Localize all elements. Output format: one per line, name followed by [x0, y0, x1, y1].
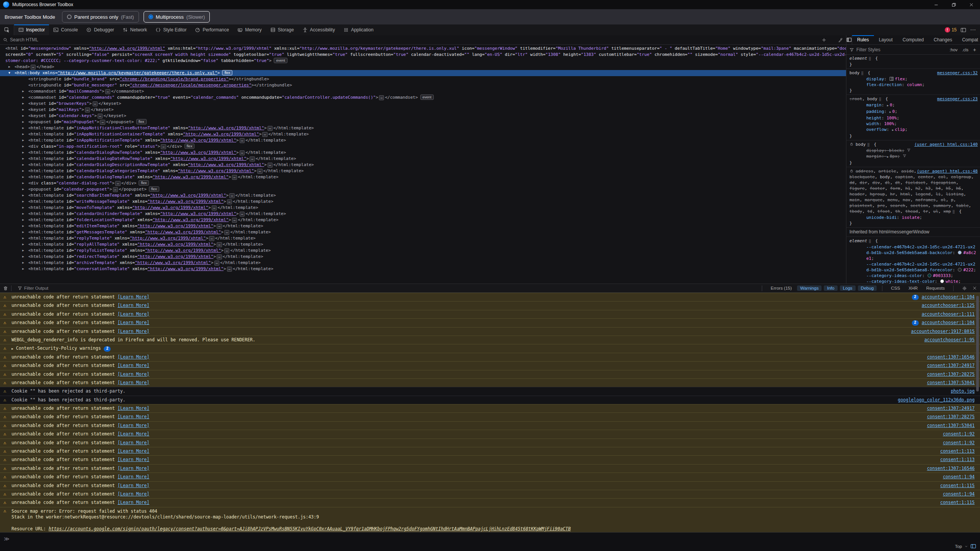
tab-network[interactable]: Network [118, 24, 151, 35]
learn-more-link[interactable]: [Learn More] [118, 380, 149, 385]
inline-expander[interactable]: … [100, 120, 105, 125]
stylesheet-link[interactable]: messenger.css:32 [937, 70, 978, 76]
console-message[interactable]: ⚠unreachable code after return statement… [0, 490, 980, 498]
markup-row[interactable]: stomer-color: #CCCCCC; --category-custom… [0, 58, 846, 64]
inline-expander[interactable]: … [240, 212, 245, 217]
expand-arrow-icon[interactable]: ▶ [22, 241, 24, 248]
sidebar-tab-compat[interactable]: Compat [957, 35, 980, 44]
expand-value-icon[interactable]: ▶ [890, 111, 891, 114]
learn-more-link[interactable]: [Learn More] [118, 448, 149, 454]
css-declaration[interactable]: overflow: ▶clip; [849, 127, 978, 133]
console-message[interactable]: ⚠unreachable code after return statement… [0, 447, 980, 455]
expand-arrow-icon[interactable]: ▶ [22, 88, 24, 95]
source-location-link[interactable]: consent:1307:53041 [927, 379, 975, 387]
expand-arrow-icon[interactable]: ▶ [22, 235, 24, 241]
source-location-link[interactable]: consent:1:115 [940, 482, 975, 490]
console-message[interactable]: ⚠Cookie "" has been rejected as third-pa… [0, 387, 980, 395]
frame-selector[interactable]: Top [955, 543, 976, 549]
expand-arrow-icon[interactable]: ▶ [22, 260, 24, 266]
markup-row[interactable]: ▶<div class="in-app-notification-root" r… [0, 143, 846, 150]
pseudo-class-button[interactable]: :hov [950, 47, 958, 52]
markup-row[interactable]: ▶<html:template id="folderLocationTempla… [0, 217, 846, 223]
console-filter-warnings[interactable]: Warnings [797, 285, 822, 291]
inline-expander[interactable]: … [217, 242, 222, 247]
tab-inspector[interactable]: Inspector [14, 24, 49, 35]
markup-row[interactable]: ▼<html:body xmlns="http://www.mozilla.or… [0, 70, 846, 76]
inline-expander[interactable]: … [227, 267, 232, 272]
markup-row[interactable]: ▶<html:template id="writeMessageTemplate… [0, 199, 846, 205]
expand-value-icon[interactable]: ▶ [887, 104, 889, 107]
color-swatch[interactable] [958, 251, 962, 254]
learn-more-link[interactable]: [Learn More] [118, 466, 149, 471]
highlighter-dots-icon[interactable]: ⣿ [869, 57, 871, 60]
learn-more-link[interactable]: [Learn More] [118, 329, 149, 334]
learn-more-link[interactable]: [Learn More] [118, 431, 149, 437]
css-rule[interactable]: messenger.css:32body⣿ {display: flex;fle… [846, 69, 980, 95]
expand-arrow-icon[interactable]: ▶ [22, 119, 24, 125]
source-location-link[interactable]: consent:1:92 [943, 439, 975, 447]
expand-arrow-icon[interactable]: ▶ [22, 248, 24, 254]
markup-row[interactable]: ▶<html:template id="inAppNotificationTem… [0, 137, 846, 143]
learn-more-link[interactable]: [Learn More] [118, 491, 149, 497]
source-location-link[interactable]: accountchooser:1:111 [922, 310, 975, 318]
minimize-button[interactable] [927, 0, 945, 9]
css-declaration[interactable]: --calendar-e467b4c2-ux2d-1d5c-ux2d-4721-… [849, 244, 978, 261]
highlighter-dots-icon[interactable]: ⣿ [869, 239, 871, 243]
expand-arrow-icon[interactable]: ▶ [22, 174, 24, 180]
expand-arrow-icon[interactable]: ▶ [22, 199, 24, 205]
expand-arrow-icon[interactable]: ▶ [11, 345, 13, 352]
source-location-link[interactable]: accountchooser:1:95 [924, 336, 975, 344]
expand-value-icon[interactable]: ▶ [887, 155, 889, 158]
console-message[interactable]: ⚠unreachable code after return statement… [0, 455, 980, 464]
dock-side-icon[interactable] [960, 27, 966, 33]
markup-row[interactable]: ▶<html:template id="archiveTemplate" xml… [0, 260, 846, 266]
color-swatch[interactable] [958, 268, 962, 272]
learn-more-link[interactable]: [Learn More] [118, 320, 149, 325]
learn-more-link[interactable]: [Learn More] [118, 483, 149, 488]
add-rule-button[interactable]: + [973, 47, 976, 53]
console-message[interactable]: ⚠unreachable code after return statement… [0, 310, 980, 318]
inline-expander[interactable]: … [105, 89, 110, 94]
highlighter-dots-icon[interactable]: ⣿ [861, 71, 864, 75]
markup-row[interactable]: ▶<html:template id="calendarDialogCatego… [0, 168, 846, 174]
color-swatch[interactable] [940, 279, 944, 283]
console-filter-info[interactable]: Info [824, 285, 837, 291]
console-message[interactable]: ⚠unreachable code after return statement… [0, 370, 980, 378]
meatball-menu-icon[interactable]: ⋯ [970, 26, 976, 33]
learn-more-link[interactable]: [Learn More] [118, 354, 149, 360]
expand-arrow-icon[interactable]: ▶ [22, 180, 24, 186]
css-rule[interactable]: messenger.css:23:root, body⣿ {margin: ▶0… [846, 95, 980, 140]
tab-application[interactable]: Application [339, 24, 378, 35]
markup-row[interactable]: ▶<head>…</head> [0, 64, 846, 70]
expand-arrow-icon[interactable]: ▶ [22, 211, 24, 217]
inline-expander[interactable]: … [229, 193, 234, 198]
source-location-link[interactable]: googlelogo_color_112x36dp.png [898, 396, 975, 404]
pick-element-button[interactable] [0, 24, 14, 35]
mode-option-multiprocess[interactable]: Multiprocess (Slower) [144, 11, 210, 23]
close-console-icon[interactable] [972, 286, 977, 290]
inline-expander[interactable]: … [240, 150, 245, 155]
markup-row[interactable]: ▶<commandset id="mailCommands">…</comman… [0, 88, 846, 95]
learn-more-link[interactable]: [Learn More] [118, 406, 149, 411]
expand-arrow-icon[interactable]: ▶ [22, 156, 24, 162]
inline-expander[interactable]: … [85, 108, 90, 112]
markup-row[interactable]: <stringbundle id="bundle_brand" src="chr… [0, 76, 846, 82]
source-location-link[interactable]: accountchooser:1917:8015 [911, 328, 975, 336]
markup-row[interactable]: <stringbundle id="bundle_messenger" src=… [0, 82, 846, 88]
console-scrollbar[interactable] [976, 296, 979, 391]
css-rule[interactable]: element⣿ {--calendar-e467b4c2-ux2d-1d5c-… [846, 237, 980, 284]
source-location-link[interactable]: consent:1:115 [940, 499, 975, 507]
learn-more-link[interactable]: [Learn More] [118, 414, 149, 419]
learn-more-link[interactable]: [Learn More] [118, 500, 149, 505]
expand-arrow-icon[interactable]: ▶ [22, 107, 24, 113]
css-declaration[interactable]: display: block; [849, 148, 978, 153]
inline-expander[interactable]: … [379, 95, 384, 100]
markup-row[interactable]: ▶<html:template id="moveToTemplate" xmln… [0, 205, 846, 211]
inline-expander[interactable]: … [217, 254, 222, 259]
inline-expander[interactable]: … [214, 261, 219, 266]
console-message[interactable]: ⚠WEBGL_debug_renderer_info is deprecated… [0, 336, 980, 344]
markup-row[interactable]: ▶<html:template id="replyAllTemplate" xm… [0, 241, 846, 248]
badge-event[interactable]: event [274, 58, 287, 63]
badge-event[interactable]: event [420, 95, 434, 100]
inline-expander[interactable]: … [217, 224, 222, 229]
